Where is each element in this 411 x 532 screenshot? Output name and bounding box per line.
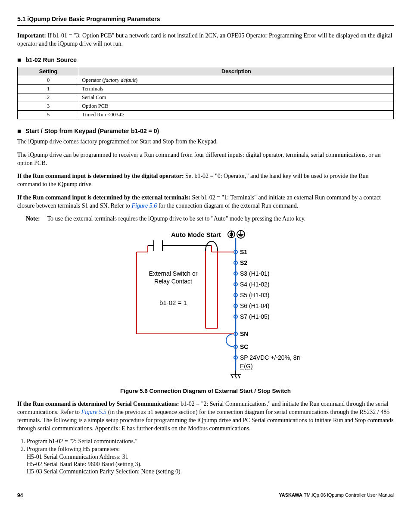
label-s5: S5 (H1-03)	[240, 292, 269, 299]
heading-run-source: ■b1-02 Run Source	[17, 56, 394, 63]
label-s7: S7 (H1-05)	[240, 313, 269, 320]
bold-lead: If the Run command input is determined b…	[17, 194, 190, 201]
bold-lead: If the Run command is determined by Seri…	[17, 401, 179, 407]
cell-desc-post: )	[136, 77, 137, 83]
figure-5-6: Auto Mode Start S1 S2 S3 (H1-01) S4 (H1-…	[17, 228, 394, 385]
fig-mid2: Relay Contact	[154, 278, 192, 285]
paragraph: If the Run command input is determined b…	[17, 172, 394, 189]
cell-desc: Serial Com	[79, 93, 394, 102]
table-row: 1 Terminals	[18, 84, 394, 93]
cell-setting: 2	[18, 93, 79, 102]
bullet-icon: ■	[17, 56, 21, 63]
cell-desc-ital: factory default	[104, 77, 136, 83]
list-item: Program b1-02 = "2: Serial communication…	[27, 438, 394, 445]
important-text: If b1-01 = "3: Option PCB" but a network…	[17, 32, 392, 47]
label-s3: S3 (H1-01)	[240, 270, 269, 277]
cell-desc: Operator (factory default)	[79, 76, 394, 84]
cell-setting: 0	[18, 76, 79, 84]
pub-rest: TM.iQp.06 iQpump Controller User Manual	[302, 492, 394, 498]
cell-desc: Option PCB	[79, 102, 394, 110]
heading-run-source-text: b1-02 Run Source	[25, 56, 77, 63]
text: for the connection diagram of the extern…	[157, 202, 298, 209]
figure-link[interactable]: Figure 5.6	[132, 202, 157, 209]
label-sp: SP 24VDC +/-20%, 8m	[240, 354, 300, 361]
table-row: 0 Operator (factory default)	[18, 76, 394, 84]
cell-desc: Timed Run <0034>	[79, 110, 394, 119]
svg-line-20	[231, 375, 233, 378]
label-sn: SN	[240, 330, 248, 337]
note-text: To use the external terminals requires t…	[47, 215, 392, 222]
th-description: Description	[79, 67, 394, 76]
publication-info: YASKAWA TM.iQp.06 iQpump Controller User…	[279, 492, 394, 498]
label-s1: S1	[240, 249, 247, 255]
label-s4: S4 (H1-02)	[240, 281, 269, 288]
label-eg: E(G)	[240, 363, 253, 370]
svg-line-21	[235, 375, 237, 378]
bullet-icon: ■	[17, 127, 21, 134]
figure-caption: Figure 5.6 Connection Diagram of Externa…	[17, 388, 394, 394]
table-row: 5 Timed Run <0034>	[18, 110, 394, 119]
fig-mid3: b1-02 = 1	[159, 299, 187, 306]
external-wire	[137, 246, 234, 334]
cell-desc-pre: Operator (	[82, 77, 104, 83]
paragraph-serial: If the Run command is determined by Seri…	[17, 400, 394, 433]
jumper-sc-sn	[226, 334, 234, 347]
substep: H5-03 Serial Communication Parity Select…	[27, 468, 394, 475]
ground-icon	[230, 370, 241, 378]
cell-desc: Terminals	[79, 84, 394, 93]
svg-line-22	[238, 375, 240, 378]
steps-list: Program b1-02 = "2: Serial communication…	[17, 438, 394, 453]
section-header: 5.1 iQpump Drive Basic Programming Param…	[17, 16, 394, 26]
paragraph: If the Run command input is determined b…	[17, 194, 394, 210]
heading-start-stop: ■Start / Stop from Keypad (Parameter b1-…	[17, 127, 394, 134]
ground-symbol-icon	[237, 230, 245, 238]
run-source-table: Setting Description 0 Operator (factory …	[17, 67, 394, 119]
note-label: Note:	[26, 215, 46, 222]
screw-terminal-icon	[228, 231, 235, 238]
bold-lead: If the Run command input is determined b…	[17, 173, 184, 179]
label-sc: SC	[240, 343, 248, 350]
label-s2: S2	[240, 259, 247, 266]
table-row: 2 Serial Com	[18, 93, 394, 102]
important-paragraph: Important: If b1-01 = "3: Option PCB" bu…	[17, 32, 394, 48]
page-number: 94	[17, 492, 23, 498]
th-setting: Setting	[18, 67, 79, 76]
terminal-labels: S1 S2 S3 (H1-01) S4 (H1-02) S5 (H1-03) S…	[240, 249, 300, 370]
paragraph: The iQpump drive comes factory programme…	[17, 138, 394, 146]
fig-title: Auto Mode Start	[171, 231, 221, 238]
substep: H5-02 Serial Baud Rate: 9600 Baud (setti…	[27, 461, 394, 468]
important-label: Important:	[17, 32, 46, 39]
paragraph: The iQpump drive can be programmed to re…	[17, 151, 394, 168]
contact-no	[154, 240, 162, 251]
figure-link[interactable]: Figure 5.5	[81, 409, 107, 415]
note: Note: To use the external terminals requ…	[26, 215, 394, 222]
fig-mid1: External Switch or	[149, 270, 198, 277]
list-item: Program the following H5 parameters:	[27, 446, 394, 453]
substeps: H5-01 Serial Communication Address: 31 H…	[27, 454, 394, 475]
cell-setting: 1	[18, 84, 79, 93]
brand: YASKAWA	[279, 492, 302, 498]
heading-start-stop-text: Start / Stop from Keypad (Parameter b1-0…	[25, 128, 159, 134]
label-s6: S6 (H1-04)	[240, 302, 269, 309]
table-row: 3 Option PCB	[18, 102, 394, 110]
wiring-diagram-svg: Auto Mode Start S1 S2 S3 (H1-01) S4 (H1-…	[111, 228, 300, 383]
cell-setting: 5	[18, 110, 79, 119]
cell-setting: 3	[18, 102, 79, 110]
substep: H5-01 Serial Communication Address: 31	[27, 454, 394, 460]
page-footer: 94 YASKAWA TM.iQp.06 iQpump Controller U…	[17, 492, 394, 498]
